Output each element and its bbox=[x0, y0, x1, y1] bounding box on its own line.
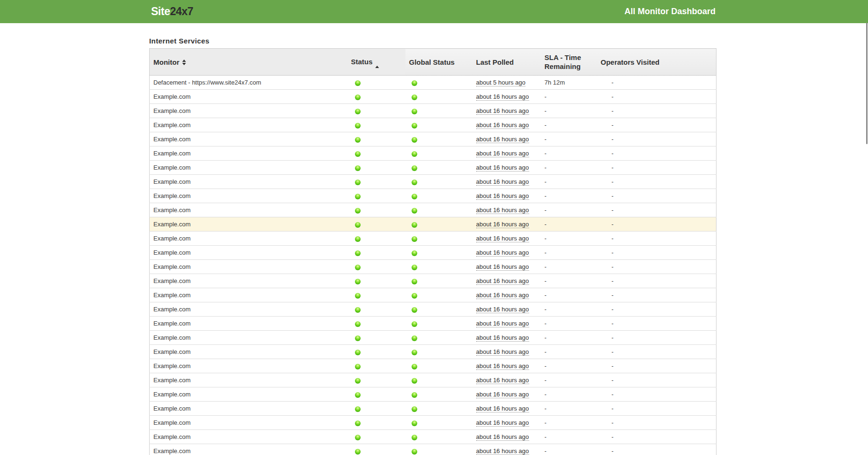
status-cell bbox=[347, 302, 405, 317]
last-polled-cell: about 16 hours ago bbox=[472, 217, 541, 232]
monitor-row[interactable]: Example.com about 16 hours ago - - bbox=[150, 416, 716, 430]
last-polled-link[interactable]: about 16 hours ago bbox=[476, 263, 529, 271]
monitor-row[interactable]: Example.com about 16 hours ago - - bbox=[150, 402, 716, 416]
last-polled-link[interactable]: about 16 hours ago bbox=[476, 121, 529, 129]
monitor-row[interactable]: Example.com about 16 hours ago - - bbox=[150, 161, 716, 175]
sla-time-remaining-value: 7h 12m bbox=[541, 76, 597, 90]
global-status-up-orb-icon bbox=[412, 321, 417, 327]
monitor-row[interactable]: Example.com about 16 hours ago - - bbox=[150, 132, 716, 146]
page-title: All Monitor Dashboard bbox=[624, 7, 716, 17]
monitor-row[interactable]: Example.com about 16 hours ago - - bbox=[150, 302, 716, 317]
monitor-row[interactable]: Example.com about 16 hours ago - - bbox=[150, 430, 716, 444]
last-polled-link[interactable]: about 16 hours ago bbox=[476, 348, 529, 356]
monitor-row[interactable]: Example.com about 16 hours ago - - bbox=[150, 288, 716, 302]
last-polled-link[interactable]: about 16 hours ago bbox=[476, 277, 529, 285]
monitor-row[interactable]: Example.com about 16 hours ago - - bbox=[150, 387, 716, 402]
monitor-row[interactable]: Example.com about 16 hours ago - - bbox=[150, 104, 716, 118]
sla-time-remaining-value: - bbox=[541, 246, 597, 260]
operators-visited-value: - bbox=[597, 288, 716, 302]
last-polled-link[interactable]: about 16 hours ago bbox=[476, 320, 529, 327]
status-cell bbox=[347, 260, 405, 274]
last-polled-cell: about 16 hours ago bbox=[472, 232, 541, 246]
last-polled-link[interactable]: about 5 hours ago bbox=[476, 79, 526, 86]
column-header-sla-time-remaining[interactable]: SLA - Time Remaining bbox=[541, 49, 597, 76]
global-status-up-orb-icon bbox=[412, 364, 417, 369]
last-polled-link[interactable]: about 16 hours ago bbox=[476, 178, 529, 186]
site24x7-logo[interactable]: Site24x7 bbox=[151, 0, 193, 23]
status-cell bbox=[347, 373, 405, 387]
status-up-orb-icon bbox=[355, 364, 361, 369]
last-polled-cell: about 16 hours ago bbox=[472, 161, 541, 175]
last-polled-link[interactable]: about 16 hours ago bbox=[476, 433, 529, 441]
last-polled-link[interactable]: about 16 hours ago bbox=[476, 136, 529, 143]
global-status-up-orb-icon bbox=[412, 250, 417, 256]
monitor-row[interactable]: Example.com about 16 hours ago - - bbox=[150, 203, 716, 217]
last-polled-link[interactable]: about 16 hours ago bbox=[476, 249, 529, 257]
operators-visited-value: - bbox=[597, 387, 716, 402]
operators-visited-value: - bbox=[597, 175, 716, 189]
last-polled-cell: about 16 hours ago bbox=[472, 189, 541, 203]
last-polled-link[interactable]: about 16 hours ago bbox=[476, 150, 529, 157]
last-polled-link[interactable]: about 16 hours ago bbox=[476, 221, 529, 228]
monitor-row[interactable]: Example.com about 16 hours ago - - bbox=[150, 444, 716, 455]
monitor-name: Example.com bbox=[150, 302, 347, 317]
column-header-monitor-label: Monitor bbox=[153, 58, 179, 66]
column-header-status[interactable]: Status bbox=[347, 49, 405, 76]
monitor-row[interactable]: Example.com about 16 hours ago - - bbox=[150, 232, 716, 246]
monitor-row[interactable]: Example.com about 16 hours ago - - bbox=[150, 317, 716, 331]
last-polled-link[interactable]: about 16 hours ago bbox=[476, 362, 529, 370]
monitor-row[interactable]: Defacement - https://www.site24x7.com ab… bbox=[150, 76, 716, 90]
monitor-row[interactable]: Example.com about 16 hours ago - - bbox=[150, 274, 716, 288]
last-polled-link[interactable]: about 16 hours ago bbox=[476, 334, 529, 342]
global-status-up-orb-icon bbox=[412, 208, 417, 214]
operators-visited-value: - bbox=[597, 232, 716, 246]
monitor-row[interactable]: Example.com about 16 hours ago - - bbox=[150, 189, 716, 203]
monitor-row[interactable]: Example.com about 16 hours ago - - bbox=[150, 260, 716, 274]
last-polled-link[interactable]: about 16 hours ago bbox=[476, 235, 529, 242]
last-polled-link[interactable]: about 16 hours ago bbox=[476, 206, 529, 214]
last-polled-link[interactable]: about 16 hours ago bbox=[476, 292, 529, 299]
last-polled-link[interactable]: about 16 hours ago bbox=[476, 391, 529, 398]
sla-time-remaining-value: - bbox=[541, 118, 597, 132]
status-up-orb-icon bbox=[355, 94, 361, 100]
sla-time-remaining-value: - bbox=[541, 232, 597, 246]
global-status-cell bbox=[405, 317, 472, 331]
column-header-monitor[interactable]: Monitor bbox=[150, 49, 347, 76]
status-cell bbox=[347, 331, 405, 345]
monitor-row[interactable]: Example.com about 16 hours ago - - bbox=[150, 246, 716, 260]
last-polled-link[interactable]: about 16 hours ago bbox=[476, 419, 529, 427]
status-up-orb-icon bbox=[355, 392, 361, 398]
logo-text-24x7: 24x7 bbox=[170, 5, 193, 17]
monitor-row[interactable]: Example.com about 16 hours ago - - bbox=[150, 217, 716, 232]
last-polled-link[interactable]: about 16 hours ago bbox=[476, 306, 529, 313]
last-polled-link[interactable]: about 16 hours ago bbox=[476, 377, 529, 384]
global-status-up-orb-icon bbox=[412, 449, 417, 455]
last-polled-cell: about 16 hours ago bbox=[472, 132, 541, 146]
status-up-orb-icon bbox=[355, 222, 361, 228]
monitor-row[interactable]: Example.com about 16 hours ago - - bbox=[150, 331, 716, 345]
last-polled-link[interactable]: about 16 hours ago bbox=[476, 107, 529, 115]
monitor-row[interactable]: Example.com about 16 hours ago - - bbox=[150, 90, 716, 104]
status-up-orb-icon bbox=[355, 449, 361, 455]
last-polled-link[interactable]: about 16 hours ago bbox=[476, 405, 529, 412]
status-cell bbox=[347, 76, 405, 90]
monitor-row[interactable]: Example.com about 16 hours ago - - bbox=[150, 345, 716, 359]
last-polled-cell: about 16 hours ago bbox=[472, 203, 541, 217]
global-status-up-orb-icon bbox=[412, 307, 417, 313]
monitor-row[interactable]: Example.com about 16 hours ago - - bbox=[150, 373, 716, 387]
monitor-row[interactable]: Example.com about 16 hours ago - - bbox=[150, 146, 716, 161]
last-polled-link[interactable]: about 16 hours ago bbox=[476, 447, 529, 455]
column-header-operators-visited[interactable]: Operators Visited bbox=[597, 49, 716, 76]
column-header-global-status[interactable]: Global Status bbox=[405, 49, 472, 76]
monitor-row[interactable]: Example.com about 16 hours ago - - bbox=[150, 118, 716, 132]
monitor-row[interactable]: Example.com about 16 hours ago - - bbox=[150, 359, 716, 373]
last-polled-link[interactable]: about 16 hours ago bbox=[476, 164, 529, 172]
monitor-row[interactable]: Example.com about 16 hours ago - - bbox=[150, 175, 716, 189]
vertical-scrollbar-thumb[interactable] bbox=[866, 23, 868, 144]
column-header-last-polled[interactable]: Last Polled bbox=[472, 49, 541, 76]
last-polled-link[interactable]: about 16 hours ago bbox=[476, 93, 529, 101]
status-up-orb-icon bbox=[355, 378, 361, 384]
section-title: Internet Services bbox=[149, 37, 868, 45]
last-polled-cell: about 16 hours ago bbox=[472, 402, 541, 416]
last-polled-link[interactable]: about 16 hours ago bbox=[476, 192, 529, 200]
